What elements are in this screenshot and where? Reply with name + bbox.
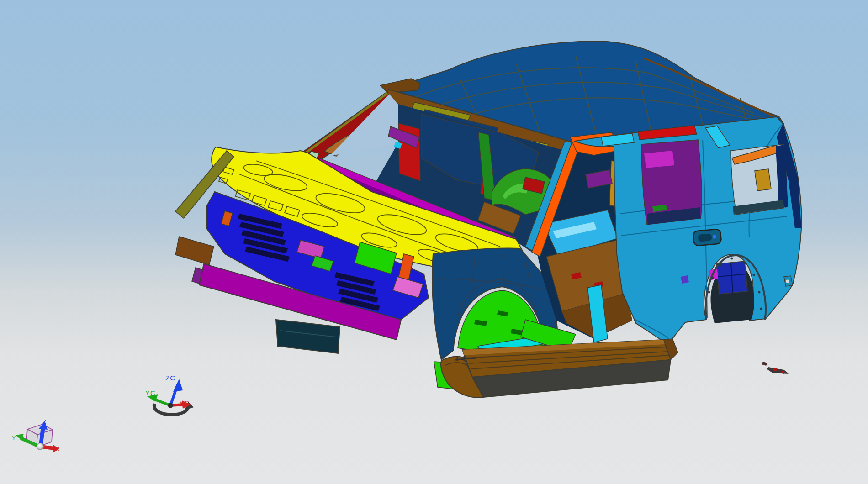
wcs-label-yc: YC [145,389,156,397]
cad-viewport[interactable]: ZC YC XC Z Y [0,0,868,484]
rear-tab-hole [786,280,789,283]
triad-label-x: X [56,446,60,452]
rear-door-window[interactable] [641,140,702,225]
roof-rail-front-tip[interactable] [380,79,420,93]
car-model[interactable]: ZC YC XC Z Y [12,41,802,452]
door-handle[interactable] [693,229,722,246]
wcs-label-xc: XC [179,399,190,407]
triad-label-y: Y [12,434,16,441]
quarter-purple-clip [681,275,689,284]
cargo-trim-magenta [644,151,674,168]
triad-origin-sphere[interactable] [37,443,44,450]
wcs-triad[interactable]: ZC YC XC [145,374,194,415]
view-orientation-triad[interactable]: Z Y X [12,418,60,452]
loose-fasteners[interactable] [762,362,789,374]
fastener-plate[interactable] [767,367,789,374]
front-brown-bracket [175,237,214,265]
wcs-origin-handle[interactable] [168,403,173,408]
triad-label-z: Z [42,418,46,425]
model-canvas[interactable]: ZC YC XC Z Y [0,0,868,484]
wcs-label-zc: ZC [165,374,175,382]
quarter-gold-bracket [755,169,771,191]
fastener-chip[interactable] [762,362,767,366]
quarter-window[interactable] [731,144,788,215]
